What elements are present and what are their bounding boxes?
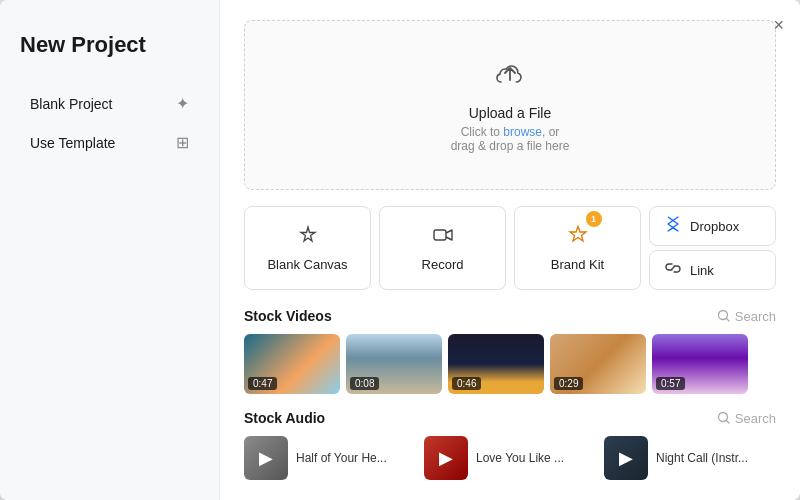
stock-audio-search-label: Search — [735, 411, 776, 426]
audio-title-1: Love You Like ... — [476, 451, 564, 465]
video-duration-2: 0:46 — [452, 377, 481, 390]
link-button[interactable]: Link — [649, 250, 776, 290]
sidebar: New Project Blank Project ✦ Use Template… — [0, 0, 220, 500]
upload-icon — [494, 58, 526, 97]
audio-title-2: Night Call (Instr... — [656, 451, 748, 465]
stock-audio-title: Stock Audio — [244, 410, 325, 426]
video-duration-1: 0:08 — [350, 377, 379, 390]
browse-link[interactable]: browse — [503, 125, 542, 139]
template-icon: ⊞ — [176, 133, 189, 152]
video-duration-0: 0:47 — [248, 377, 277, 390]
stock-videos-grid: 0:47 0:08 0:46 0:29 0:57 — [244, 334, 776, 394]
use-template-label: Use Template — [30, 135, 115, 151]
record-icon — [432, 224, 454, 251]
video-duration-4: 0:57 — [656, 377, 685, 390]
video-thumb-4[interactable]: 0:57 — [652, 334, 748, 394]
blank-canvas-icon — [297, 224, 319, 251]
stock-videos-search[interactable]: Search — [717, 309, 776, 324]
audio-thumb-0: ▶ — [244, 436, 288, 480]
blank-project-label: Blank Project — [30, 96, 112, 112]
sidebar-item-blank-project[interactable]: Blank Project ✦ — [20, 86, 199, 121]
link-label: Link — [690, 263, 714, 278]
svg-rect-0 — [434, 230, 446, 240]
blank-canvas-label: Blank Canvas — [267, 257, 347, 272]
stock-videos-search-label: Search — [735, 309, 776, 324]
upload-title: Upload a File — [469, 105, 552, 121]
audio-thumb-1: ▶ — [424, 436, 468, 480]
video-thumb-3[interactable]: 0:29 — [550, 334, 646, 394]
search-icon-audio — [717, 411, 731, 425]
record-label: Record — [422, 257, 464, 272]
source-buttons: Blank Canvas Record 1 — [244, 206, 776, 290]
video-thumb-1[interactable]: 0:08 — [346, 334, 442, 394]
audio-item-1[interactable]: ▶ Love You Like ... — [424, 436, 596, 480]
close-button[interactable]: × — [773, 16, 784, 34]
right-col: Dropbox Link — [649, 206, 776, 290]
dropbox-label: Dropbox — [690, 219, 739, 234]
brand-kit-badge: 1 — [586, 211, 602, 227]
dropbox-button[interactable]: Dropbox — [649, 206, 776, 246]
main-content: Upload a File Click to browse, ordrag & … — [220, 0, 800, 500]
audio-title-0: Half of Your He... — [296, 451, 387, 465]
stock-audio-grid: ▶ Half of Your He... ▶ Love You Like ...… — [244, 436, 776, 480]
brand-kit-label: Brand Kit — [551, 257, 604, 272]
upload-area[interactable]: Upload a File Click to browse, ordrag & … — [244, 20, 776, 190]
sparkle-icon: ✦ — [176, 94, 189, 113]
brand-kit-icon — [567, 224, 589, 251]
sidebar-item-use-template[interactable]: Use Template ⊞ — [20, 125, 199, 160]
new-project-modal: × New Project Blank Project ✦ Use Templa… — [0, 0, 800, 500]
dropbox-icon — [664, 215, 682, 237]
audio-item-0[interactable]: ▶ Half of Your He... — [244, 436, 416, 480]
search-icon — [717, 309, 731, 323]
upload-subtitle: Click to browse, ordrag & drop a file he… — [451, 125, 570, 153]
stock-audio-search[interactable]: Search — [717, 411, 776, 426]
audio-item-2[interactable]: ▶ Night Call (Instr... — [604, 436, 776, 480]
modal-title: New Project — [20, 32, 199, 58]
video-duration-3: 0:29 — [554, 377, 583, 390]
blank-canvas-button[interactable]: Blank Canvas — [244, 206, 371, 290]
stock-videos-header: Stock Videos Search — [244, 308, 776, 324]
stock-audio-header: Stock Audio Search — [244, 410, 776, 426]
video-thumb-2[interactable]: 0:46 — [448, 334, 544, 394]
video-thumb-0[interactable]: 0:47 — [244, 334, 340, 394]
record-button[interactable]: Record — [379, 206, 506, 290]
link-icon — [664, 259, 682, 281]
audio-thumb-2: ▶ — [604, 436, 648, 480]
stock-videos-title: Stock Videos — [244, 308, 332, 324]
brand-kit-button[interactable]: 1 Brand Kit — [514, 206, 641, 290]
